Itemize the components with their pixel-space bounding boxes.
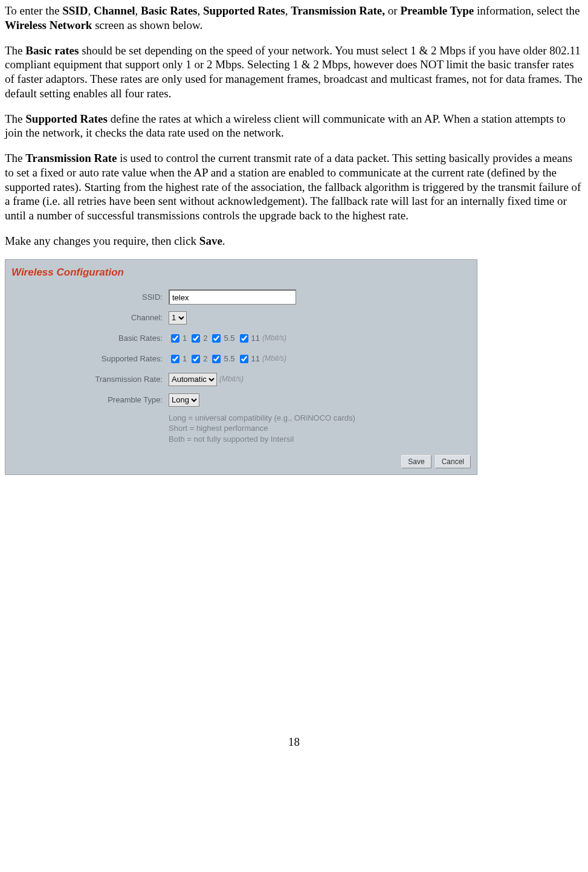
- rate-5p5-label: 5.5: [224, 334, 234, 343]
- rate-2-label: 2: [203, 334, 207, 343]
- text: To enter the: [5, 4, 62, 17]
- kw-preamble-type: Preamble Type: [400, 4, 474, 17]
- rate-1-label: 1: [183, 334, 187, 343]
- basic-rates-label: Basic Rates:: [11, 334, 169, 343]
- supported-rate-11-checkbox[interactable]: [240, 355, 248, 363]
- channel-select[interactable]: 1: [169, 311, 187, 325]
- preamble-type-select[interactable]: Long: [169, 393, 199, 407]
- wireless-config-panel: Wireless Configuration SSID: Channel: 1 …: [5, 259, 477, 476]
- preamble-hint-block: Long = universal compatibility (e.g., OR…: [169, 413, 471, 445]
- cancel-button[interactable]: Cancel: [435, 455, 471, 468]
- row-channel: Channel: 1: [11, 310, 471, 326]
- row-basic-rates: Basic Rates: 1 2 5.5 11 (Mbit/s): [11, 331, 471, 346]
- save-instruction-paragraph: Make any changes you require, then click…: [5, 234, 583, 248]
- basic-rate-5p5-checkbox[interactable]: [212, 334, 221, 343]
- basic-rates-paragraph: The Basic rates should be set depending …: [5, 44, 583, 101]
- button-row: Save Cancel: [5, 451, 477, 472]
- transmission-rate-select[interactable]: Automatic: [169, 373, 217, 386]
- transmission-rate-label: Transmission Rate:: [11, 375, 169, 384]
- kw-basic-rates: Basic Rates: [141, 4, 197, 17]
- kw-transmission-rate-2: Transmission Rate: [25, 152, 117, 164]
- kw-channel: Channel: [94, 4, 135, 17]
- text: ,: [285, 4, 291, 17]
- kw-save: Save: [199, 234, 222, 247]
- row-supported-rates: Supported Rates: 1 2 5.5 11 (Mbit/s): [11, 351, 471, 367]
- kw-wireless-network: Wireless Network: [5, 19, 92, 31]
- unit-label: (Mbit/s): [262, 334, 286, 343]
- intro-paragraph: To enter the SSID, Channel, Basic Rates,…: [5, 4, 583, 33]
- save-button[interactable]: Save: [401, 455, 431, 468]
- row-transmission-rate: Transmission Rate: Automatic (Mbit/s): [11, 372, 471, 387]
- basic-rate-1-checkbox[interactable]: [171, 334, 179, 343]
- transmission-rate-paragraph: The Transmission Rate is used to control…: [5, 151, 583, 223]
- kw-basic-rates-2: Basic rates: [25, 44, 79, 57]
- rate-2-label: 2: [203, 354, 207, 364]
- basic-rate-2-checkbox[interactable]: [192, 334, 200, 343]
- text: The: [5, 44, 25, 57]
- kw-supported-rates-2: Supported Rates: [25, 112, 108, 125]
- rate-1-label: 1: [183, 354, 187, 364]
- row-preamble-type: Preamble Type: Long: [11, 392, 471, 408]
- text: The: [5, 152, 25, 164]
- kw-transmission-rate: Transmission Rate,: [291, 4, 385, 17]
- basic-rate-11-checkbox[interactable]: [240, 334, 248, 343]
- unit-label: (Mbit/s): [262, 354, 286, 363]
- supported-rate-1-checkbox[interactable]: [171, 355, 179, 363]
- hint-line-3: Both = not fully supported by Intersil: [169, 434, 471, 445]
- hint-line-1: Long = universal compatibility (e.g., OR…: [169, 413, 471, 424]
- text: ,: [135, 4, 141, 17]
- text: ,: [88, 4, 94, 17]
- unit-label: (Mbit/s): [219, 375, 244, 384]
- panel-body: SSID: Channel: 1 Basic Rates: 1 2 5.5 11…: [5, 287, 477, 452]
- preamble-type-label: Preamble Type:: [11, 395, 169, 405]
- ssid-input[interactable]: [169, 289, 296, 305]
- text: ,: [198, 4, 204, 17]
- ssid-label: SSID:: [11, 292, 169, 302]
- text: screen as shown below.: [92, 19, 202, 31]
- supported-rates-paragraph: The Supported Rates define the rates at …: [5, 112, 583, 141]
- supported-rate-2-checkbox[interactable]: [192, 355, 200, 363]
- rate-11-label: 11: [251, 334, 260, 343]
- rate-11-label: 11: [251, 354, 260, 364]
- kw-supported-rates: Supported Rates: [203, 4, 285, 17]
- text: Make any changes you require, then click: [5, 234, 199, 247]
- row-ssid: SSID:: [11, 289, 471, 305]
- supported-rate-5p5-checkbox[interactable]: [212, 355, 221, 363]
- rate-5p5-label: 5.5: [224, 354, 234, 364]
- text: The: [5, 112, 25, 125]
- text: .: [222, 234, 225, 247]
- panel-title: Wireless Configuration: [11, 266, 124, 278]
- page-number: 18: [5, 735, 583, 749]
- panel-header: Wireless Configuration: [5, 260, 477, 287]
- text: or: [385, 4, 400, 17]
- channel-label: Channel:: [11, 313, 169, 323]
- text: should be set depending on the speed of …: [5, 44, 583, 100]
- hint-line-2: Short = highest performance: [169, 423, 471, 434]
- supported-rates-label: Supported Rates:: [11, 354, 169, 364]
- kw-ssid: SSID: [62, 4, 88, 17]
- text: information, select the: [474, 4, 580, 17]
